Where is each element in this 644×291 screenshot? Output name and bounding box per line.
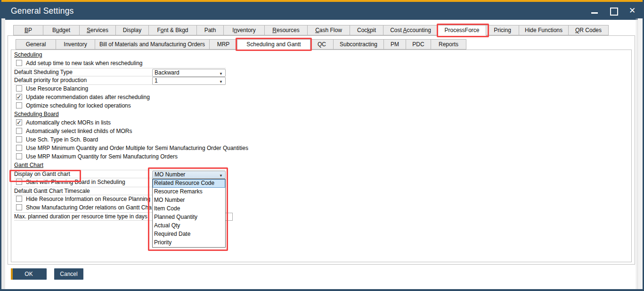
tab-pdc[interactable]: PDC [406,39,431,50]
cancel-button[interactable]: Cancel [54,268,83,280]
checkbox-label: Hide Resource Information on Resource Pl… [26,195,150,203]
tab-bp[interactable]: BP [13,25,43,35]
dropdown-list: Related Resource CodeResource RemarksMO … [152,179,226,248]
field-row: Default Sheduling TypeBackward▼ [14,68,226,76]
left-edge-strip [1,18,5,289]
combo-box[interactable]: Backward▼ [152,69,226,77]
tab-general[interactable]: General [16,39,56,50]
ok-button[interactable]: OK [11,268,47,280]
processforce-sub-tab-bar: GeneralInventoryBill of Materials and Ma… [16,39,466,50]
checkbox-row: ✓Use MRP Minimum Quantity and Order Mult… [14,144,632,153]
checkmark-icon: ✓ [16,93,22,101]
checkbox[interactable]: ✓ [16,94,22,100]
checkbox-label: Add setup time to new task when reschedu… [26,59,142,67]
checkbox-label: Use Sch. Type in Sch. Board [26,136,98,144]
checkbox[interactable]: ✓ [16,102,22,108]
tab-services[interactable]: Services [79,25,116,35]
tab-resources[interactable]: Resources [264,25,308,35]
checkbox-row: ✓Automatically check MORs in lists [14,119,632,127]
dropdown-list-item[interactable]: Priority [153,239,225,247]
checkbox-label: Update recommendation dates after resche… [26,93,150,101]
section-heading: Gantt Chart [14,161,632,170]
section-heading-label: Scheduling [14,51,42,59]
checkbox-label: Automatically check MORs in lists [26,119,111,127]
tab-pricing[interactable]: Pricing [486,25,519,35]
tab-processforce[interactable]: ProcessForce [438,25,486,36]
section-heading-label: Scheduling Board [14,110,59,118]
checkbox-label: Automatically select linked childs of MO… [26,127,132,135]
checkbox-label: Optimize scheduling for locked operation… [26,102,131,110]
checkbox-row: ✓Automatically select linked childs of M… [14,127,632,136]
tab-bill-of-materials-and-manufacturing-orders[interactable]: Bill of Materials and Manufacturing Orde… [95,39,210,50]
tab-font-bkgd[interactable]: Font & Bkgd [148,25,197,35]
field-label: Default Gantt Chart Timescale [14,187,90,195]
checkbox[interactable]: ✓ [16,136,22,142]
tab-qc[interactable]: QC [310,39,334,50]
field-label: Display on Gantt chart [14,170,70,178]
checkbox-label: Use MRP Minimum Quantity and Order Multi… [26,144,248,152]
checkbox[interactable]: ✓ [16,119,22,125]
dropdown-list-item[interactable]: Related Resource Code [153,179,225,188]
combo-box[interactable]: 1▼ [152,77,226,85]
dropdown-list-item[interactable]: Actual Qty [153,222,225,230]
checkbox-label: Use Resource Balancing [26,85,88,93]
checkbox[interactable]: ✓ [16,204,22,210]
checkbox[interactable]: ✓ [16,60,22,66]
checkbox-row: ✓Start with Planning Board in Scheduling [14,178,632,187]
tab-inventory[interactable]: Inventory [223,25,265,35]
scheduling-settings-form: Scheduling✓Add setup time to new task wh… [11,50,632,262]
field-label: Default priority for production [14,76,87,84]
checkbox-row: ✓Show Manufacturing Order relations on G… [14,204,632,212]
tab-qr-codes[interactable]: QR Codes [568,25,609,35]
tab-display[interactable]: Display [115,25,149,35]
section-heading-label: Gantt Chart [14,161,43,169]
tab-subcontracting[interactable]: Subcontracting [333,39,384,50]
dropdown-list-item[interactable]: MO Number [153,196,225,205]
tab-path[interactable]: Path [196,25,224,35]
checkbox-row: ✓Use MRP Maximum Quantity for Semi Manuf… [14,153,632,161]
minimize-icon[interactable] [590,7,599,15]
tab-cost-accounting[interactable]: Cost Accounting [383,25,438,35]
checkbox-label: Start with Planning Board in Scheduling [26,178,125,186]
tab-pm[interactable]: PM [383,39,406,50]
field-row: Default priority for production1▼ [14,76,226,85]
tab-mrp[interactable]: MRP [209,39,237,50]
close-icon[interactable]: ✕ [628,7,636,15]
checkbox-row: ✓Use Resource Balancing [14,85,632,93]
tab-cockpit[interactable]: Cockpit [350,25,383,35]
checkbox-label: Use MRP Maximum Quantity for Semi Manufa… [26,153,178,161]
tab-budget[interactable]: Budget [43,25,80,35]
general-settings-window: General Settings ✕ BPBudgetServicesDispl… [0,0,644,291]
tab-hide-functions[interactable]: Hide Functions [519,25,569,35]
checkbox[interactable]: ✓ [16,179,22,185]
window-controls: ✕ [590,2,636,20]
dropdown-list-item[interactable]: Planned Quantity [153,213,225,222]
checkbox[interactable]: ✓ [16,145,22,151]
checkbox-row: ✓Hide Resource Information on Resource P… [14,195,632,204]
dropdown-list-item[interactable]: Resource Remarks [153,188,225,196]
scrollbar-track[interactable] [637,18,643,289]
tab-inventory[interactable]: Inventory [56,39,95,50]
field-label: Max. planned duration per resource time … [14,213,147,221]
checkbox[interactable]: ✓ [16,153,22,159]
checkbox-row: ✓Add setup time to new task when resched… [14,59,632,68]
dropdown-list-item[interactable]: Required Date [153,230,225,239]
maximize-icon[interactable] [609,7,618,15]
section-heading: Scheduling Board [14,110,632,119]
checkbox[interactable]: ✓ [16,128,22,134]
checkbox-row: ✓Update recommendation dates after resch… [14,93,632,102]
combo-box[interactable]: MO Number▼ [152,171,226,179]
settings-tab-bar: BPBudgetServicesDisplayFont & BkgdPathIn… [13,25,609,35]
checkbox[interactable]: ✓ [16,196,22,202]
dropdown-list-item[interactable]: Item Code [153,205,225,213]
combo-value: 1 [155,77,158,84]
tab-scheduling-and-gantt[interactable]: Scheduling and Gantt [237,39,310,50]
tab-cash-flow[interactable]: Cash Flow [307,25,350,35]
field-row: Display on Gantt chartMO Number▼ [14,170,226,178]
tab-reports[interactable]: Reports [431,39,466,50]
checkbox[interactable]: ✓ [16,85,22,91]
field-label: Default Sheduling Type [14,68,73,76]
titlebar[interactable]: General Settings ✕ [0,2,644,20]
checkmark-icon: ✓ [16,118,22,126]
checkbox-row: ✓Use Sch. Type in Sch. Board [14,136,632,144]
